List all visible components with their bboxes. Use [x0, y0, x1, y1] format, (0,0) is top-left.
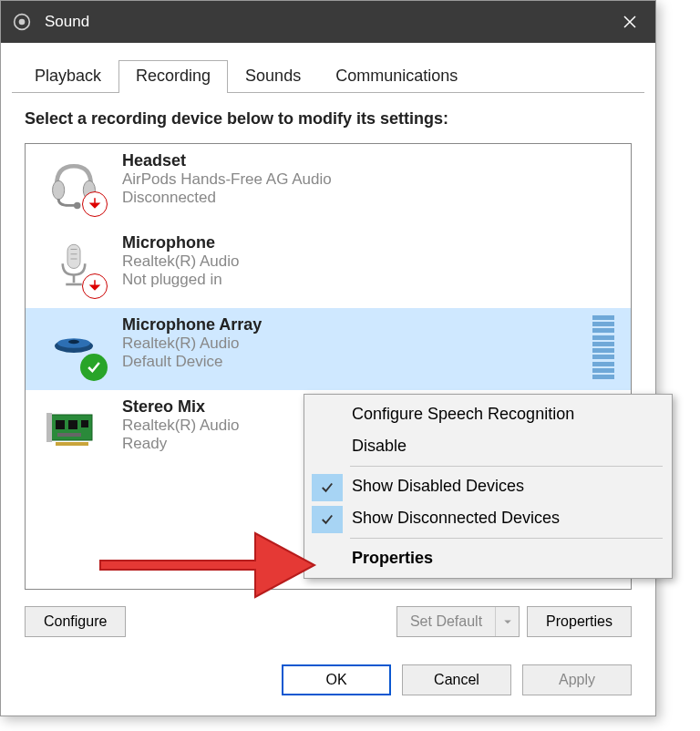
soundcard-icon [42, 397, 106, 461]
svg-rect-16 [56, 420, 65, 429]
device-button-row: Configure Set Default Properties [25, 606, 632, 637]
check-icon [312, 474, 343, 501]
svg-rect-5 [67, 244, 80, 268]
microphone-icon [42, 233, 106, 297]
device-status: Default Device [122, 353, 592, 371]
menu-disable[interactable]: Disable [304, 430, 672, 462]
window-title: Sound [45, 13, 612, 31]
device-status: Not plugged in [122, 271, 620, 289]
svg-point-2 [53, 180, 65, 200]
cancel-button[interactable]: Cancel [402, 664, 511, 695]
close-button[interactable] [612, 4, 648, 40]
properties-button[interactable]: Properties [527, 606, 632, 637]
down-arrow-icon [82, 273, 108, 299]
set-default-label: Set Default [397, 607, 495, 636]
menu-label: Show Disabled Devices [352, 477, 524, 495]
svg-rect-17 [68, 420, 77, 429]
device-headset[interactable]: Headset AirPods Hands-Free AG Audio Disc… [26, 144, 631, 226]
tab-strip: Playback Recording Sounds Communications [12, 43, 644, 93]
tab-communications[interactable]: Communications [318, 60, 475, 93]
check-icon [312, 506, 343, 533]
device-driver: Realtek(R) Audio [122, 335, 592, 353]
menu-configure-speech[interactable]: Configure Speech Recognition [304, 398, 672, 430]
menu-label: Show Disconnected Devices [352, 509, 560, 527]
speaker-icon [12, 12, 32, 32]
tab-sounds[interactable]: Sounds [228, 60, 318, 93]
down-arrow-icon [82, 191, 108, 217]
instruction-text: Select a recording device below to modif… [25, 109, 632, 129]
svg-point-4 [74, 202, 81, 210]
svg-rect-20 [56, 442, 88, 446]
mic-array-icon [42, 315, 106, 379]
tab-recording[interactable]: Recording [118, 60, 228, 93]
device-microphone-array[interactable]: Microphone Array Realtek(R) Audio Defaul… [26, 308, 631, 390]
ok-button[interactable]: OK [282, 664, 391, 695]
configure-button[interactable]: Configure [25, 606, 126, 637]
level-meter [592, 315, 614, 379]
svg-rect-15 [46, 413, 52, 442]
device-driver: AirPods Hands-Free AG Audio [122, 170, 620, 189]
menu-separator [350, 466, 663, 467]
titlebar: Sound [1, 1, 655, 43]
menu-separator [350, 538, 663, 539]
device-context-menu: Configure Speech Recognition Disable Sho… [304, 394, 673, 579]
menu-show-disconnected[interactable]: Show Disconnected Devices [304, 502, 672, 534]
headset-icon [42, 151, 106, 215]
checkmark-icon [80, 354, 108, 381]
menu-show-disabled[interactable]: Show Disabled Devices [304, 470, 672, 502]
tab-playback[interactable]: Playback [17, 60, 118, 93]
svg-point-1 [19, 19, 26, 26]
dialog-button-row: OK Cancel Apply [1, 650, 655, 716]
device-microphone[interactable]: Microphone Realtek(R) Audio Not plugged … [26, 226, 631, 308]
menu-properties[interactable]: Properties [304, 542, 672, 574]
svg-rect-19 [57, 433, 81, 437]
svg-rect-18 [81, 420, 88, 427]
apply-button[interactable]: Apply [522, 664, 632, 695]
chevron-down-icon[interactable] [495, 607, 519, 636]
device-name: Microphone Array [122, 315, 592, 335]
device-status: Disconnected [122, 189, 620, 207]
sound-dialog: Sound Playback Recording Sounds Communic… [0, 0, 656, 716]
svg-point-13 [68, 340, 79, 345]
device-name: Headset [122, 151, 620, 170]
device-driver: Realtek(R) Audio [122, 252, 620, 271]
set-default-split-button[interactable]: Set Default [396, 606, 520, 637]
device-name: Microphone [122, 233, 620, 252]
